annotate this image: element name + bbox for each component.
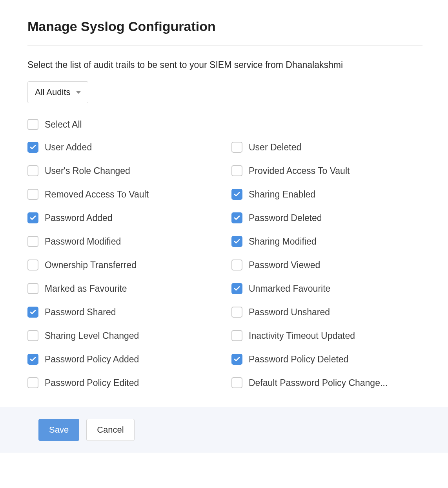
audit-checkbox-grid: User AddedUser DeletedUser's Role Change… [27, 142, 423, 388]
save-button[interactable]: Save [38, 419, 79, 441]
audit-item-checkbox[interactable] [27, 236, 38, 247]
audit-item-checkbox[interactable] [27, 260, 38, 271]
audit-item-checkbox[interactable] [231, 330, 242, 341]
audit-item-row: Password Shared [27, 307, 231, 318]
audit-item-row: Sharing Modified [231, 236, 423, 247]
audit-item-checkbox[interactable] [27, 165, 38, 176]
audit-item-checkbox[interactable] [27, 354, 38, 365]
audit-item-checkbox[interactable] [27, 212, 38, 223]
audit-item-row: Sharing Enabled [231, 189, 423, 200]
audit-item-checkbox[interactable] [27, 142, 38, 153]
audit-item-label: User Deleted [249, 142, 301, 153]
audit-item-label: Marked as Favourite [45, 283, 127, 294]
audit-item-row: Password Unshared [231, 307, 423, 318]
audit-item-label: Password Viewed [249, 260, 320, 271]
audit-item-row: Marked as Favourite [27, 283, 231, 294]
audit-item-checkbox[interactable] [27, 307, 38, 318]
audit-item-checkbox[interactable] [231, 307, 242, 318]
audit-item-label: Password Shared [45, 307, 116, 318]
audit-item-label: Sharing Modified [249, 236, 317, 247]
audit-item-label: Password Policy Edited [45, 378, 139, 388]
audit-item-checkbox[interactable] [231, 142, 242, 153]
audits-dropdown[interactable]: All Audits [27, 81, 88, 103]
audit-item-checkbox[interactable] [231, 354, 242, 365]
description-text: Select the list of audit trails to be se… [27, 60, 423, 70]
audit-item-row: Inactivity Timeout Updated [231, 330, 423, 341]
audit-item-label: Sharing Enabled [249, 189, 315, 200]
audit-item-label: Inactivity Timeout Updated [249, 331, 355, 341]
audit-item-row: Removed Access To Vault [27, 189, 231, 200]
audit-item-row: Unmarked Favourite [231, 283, 423, 294]
audit-item-row: User Added [27, 142, 231, 153]
cancel-button[interactable]: Cancel [86, 419, 134, 441]
audit-item-label: Sharing Level Changed [45, 331, 139, 341]
audit-item-label: Password Policy Deleted [249, 354, 348, 365]
select-all-label: Select All [45, 119, 82, 130]
audit-item-label: Removed Access To Vault [45, 189, 149, 200]
audit-item-label: Password Policy Added [45, 354, 139, 365]
audit-item-row: Password Modified [27, 236, 231, 247]
audit-item-label: Password Deleted [249, 213, 322, 223]
audit-item-row: Password Policy Added [27, 354, 231, 365]
audit-item-checkbox[interactable] [27, 330, 38, 341]
audit-item-row: Sharing Level Changed [27, 330, 231, 341]
audit-item-checkbox[interactable] [231, 377, 242, 388]
audit-item-checkbox[interactable] [231, 165, 242, 176]
audit-item-label: Ownership Transferred [45, 260, 137, 271]
audit-item-label: Password Unshared [249, 307, 330, 318]
audit-item-row: Password Policy Edited [27, 377, 231, 388]
audit-item-label: Unmarked Favourite [249, 283, 330, 294]
audit-item-row: Password Added [27, 212, 231, 223]
chevron-down-icon [76, 91, 81, 94]
dropdown-selected-label: All Audits [35, 87, 71, 97]
audit-item-checkbox[interactable] [231, 283, 242, 294]
audit-item-row: Password Policy Deleted [231, 354, 423, 365]
audit-item-row: Provided Access To Vault [231, 165, 423, 176]
audit-item-checkbox[interactable] [27, 377, 38, 388]
audit-item-checkbox[interactable] [27, 283, 38, 294]
audit-item-label: Password Modified [45, 236, 121, 247]
audit-item-row: User's Role Changed [27, 165, 231, 176]
audit-item-checkbox[interactable] [231, 212, 242, 223]
audit-item-label: User's Role Changed [45, 166, 130, 176]
audit-item-checkbox[interactable] [27, 189, 38, 200]
page-title: Manage Syslog Configuration [27, 19, 423, 34]
audit-item-row: Ownership Transferred [27, 260, 231, 271]
audit-item-row: Password Viewed [231, 260, 423, 271]
audit-item-row: Default Password Policy Change... [231, 377, 423, 388]
footer-actions: Save Cancel [0, 407, 448, 453]
audit-item-label: User Added [45, 142, 92, 153]
audit-item-label: Provided Access To Vault [249, 166, 350, 176]
select-all-row: Select All [27, 119, 423, 130]
select-all-checkbox[interactable] [27, 119, 38, 130]
audit-item-row: Password Deleted [231, 212, 423, 223]
audit-item-checkbox[interactable] [231, 260, 242, 271]
audit-item-checkbox[interactable] [231, 236, 242, 247]
audit-item-label: Default Password Policy Change... [249, 378, 388, 388]
audit-item-row: User Deleted [231, 142, 423, 153]
audit-item-label: Password Added [45, 213, 113, 223]
divider [27, 45, 423, 46]
audit-item-checkbox[interactable] [231, 189, 242, 200]
